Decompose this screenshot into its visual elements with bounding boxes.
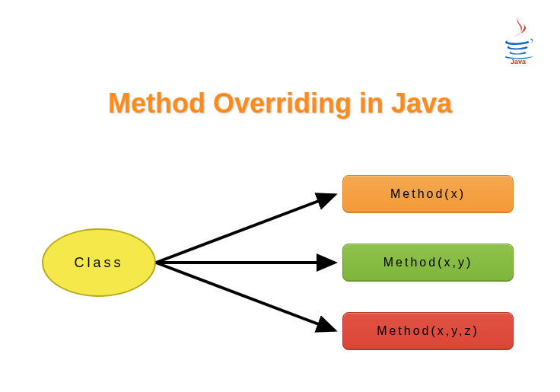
class-node: Class (42, 228, 156, 297)
method-box-2: Method(x,y) (342, 244, 514, 282)
method-box-3-label: Method(x,y,z) (377, 324, 479, 338)
method-box-3: Method(x,y,z) (342, 312, 514, 350)
method-box-1-label: Method(x) (390, 187, 466, 201)
page-title: Method Overriding in Java (0, 88, 560, 120)
class-node-label: Class (74, 255, 123, 271)
svg-text:Java: Java (511, 58, 527, 65)
method-box-2-label: Method(x,y) (383, 256, 473, 269)
method-box-1: Method(x) (342, 175, 514, 213)
arrow-to-method-3 (156, 263, 335, 330)
arrow-to-method-1 (156, 195, 335, 263)
java-logo: Java (499, 15, 537, 65)
